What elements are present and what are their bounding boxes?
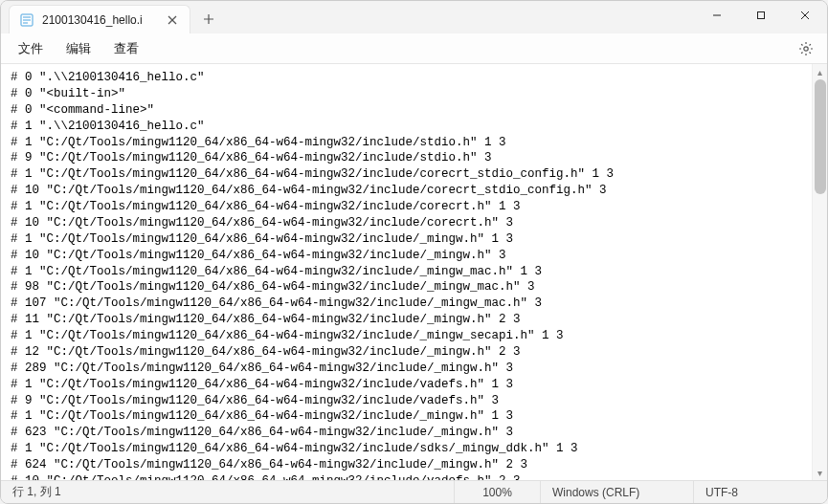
settings-button[interactable] xyxy=(793,35,819,62)
editor-line: # 107 "C:/Qt/Tools/mingw1120_64/x86_64-w… xyxy=(11,296,802,312)
editor-line: # 10 "C:/Qt/Tools/mingw1120_64/x86_64-w6… xyxy=(11,473,802,480)
editor-line: # 1 "C:/Qt/Tools/mingw1120_64/x86_64-w64… xyxy=(11,199,802,215)
editor-line: # 0 ".\\2100130416_hello.c" xyxy=(11,70,802,86)
status-bar: 行 1, 列 1 100% Windows (CRLF) UTF-8 xyxy=(1,480,827,503)
tab-active[interactable]: 2100130416_hello.i xyxy=(9,5,190,33)
vertical-scrollbar[interactable]: ▴ ▾ xyxy=(812,64,827,480)
title-bar: 2100130416_hello.i xyxy=(1,1,827,33)
new-tab-button[interactable] xyxy=(194,5,223,33)
menu-file[interactable]: 文件 xyxy=(9,36,53,61)
window-close-button[interactable] xyxy=(783,1,827,30)
menu-edit[interactable]: 编辑 xyxy=(56,36,101,61)
svg-point-12 xyxy=(804,46,808,50)
editor-line: # 10 "C:/Qt/Tools/mingw1120_64/x86_64-w6… xyxy=(11,248,802,264)
editor-line: # 1 "C:/Qt/Tools/mingw1120_64/x86_64-w64… xyxy=(11,166,802,183)
gear-icon xyxy=(798,41,814,56)
svg-rect-9 xyxy=(758,12,765,19)
editor-line: # 623 "C:/Qt/Tools/mingw1120_64/x86_64-w… xyxy=(11,425,802,441)
editor-line: # 1 "C:/Qt/Tools/mingw1120_64/x86_64-w64… xyxy=(11,231,802,248)
scroll-up-arrow-icon[interactable]: ▴ xyxy=(813,64,828,79)
editor-line: # 1 "C:/Qt/Tools/mingw1120_64/x86_64-w64… xyxy=(11,135,802,151)
editor-line: # 12 "C:/Qt/Tools/mingw1120_64/x86_64-w6… xyxy=(11,344,802,361)
editor-line: # 1 "C:/Qt/Tools/mingw1120_64/x86_64-w64… xyxy=(11,377,802,393)
maximize-button[interactable] xyxy=(739,1,783,30)
editor-line: # 1 ".\\2100130416_hello.c" xyxy=(11,119,802,135)
scrollbar-thumb[interactable] xyxy=(815,79,826,194)
editor-line: # 624 "C:/Qt/Tools/mingw1120_64/x86_64-w… xyxy=(11,457,802,473)
notepad-icon xyxy=(19,12,34,28)
editor-line: # 0 "<built-in>" xyxy=(11,86,802,102)
editor-area: # 0 ".\\2100130416_hello.c"# 0 "<built-i… xyxy=(1,64,827,480)
status-zoom[interactable]: 100% xyxy=(454,481,540,503)
minimize-button[interactable] xyxy=(695,1,739,30)
editor-line: # 1 "C:/Qt/Tools/mingw1120_64/x86_64-w64… xyxy=(11,264,802,280)
editor-line: # 0 "<command-line>" xyxy=(11,102,802,119)
tab-strip: 2100130416_hello.i xyxy=(1,1,223,33)
scroll-down-arrow-icon[interactable]: ▾ xyxy=(813,465,828,480)
scrollbar-track[interactable] xyxy=(813,79,827,465)
editor-line: # 1 "C:/Qt/Tools/mingw1120_64/x86_64-w64… xyxy=(11,441,802,457)
menu-view[interactable]: 查看 xyxy=(104,36,148,61)
svg-line-19 xyxy=(810,44,811,45)
text-editor[interactable]: # 0 ".\\2100130416_hello.c"# 0 "<built-i… xyxy=(1,64,812,480)
editor-line: # 10 "C:/Qt/Tools/mingw1120_64/x86_64-w6… xyxy=(11,183,802,199)
editor-line: # 10 "C:/Qt/Tools/mingw1120_64/x86_64-w6… xyxy=(11,215,802,231)
svg-line-20 xyxy=(801,52,802,53)
tab-close-button[interactable] xyxy=(165,12,180,28)
window-controls xyxy=(695,1,827,30)
editor-line: # 1 "C:/Qt/Tools/mingw1120_64/x86_64-w64… xyxy=(11,408,802,425)
editor-line: # 9 "C:/Qt/Tools/mingw1120_64/x86_64-w64… xyxy=(11,150,802,166)
editor-line: # 9 "C:/Qt/Tools/mingw1120_64/x86_64-w64… xyxy=(11,393,802,409)
status-encoding[interactable]: UTF-8 xyxy=(693,481,827,503)
tab-title: 2100130416_hello.i xyxy=(42,13,157,27)
menu-bar: 文件 编辑 查看 xyxy=(1,33,827,64)
editor-line: # 289 "C:/Qt/Tools/mingw1120_64/x86_64-w… xyxy=(11,361,802,377)
editor-line: # 11 "C:/Qt/Tools/mingw1120_64/x86_64-w6… xyxy=(11,312,802,328)
svg-line-18 xyxy=(810,52,811,53)
status-cursor-position: 行 1, 列 1 xyxy=(1,481,454,503)
editor-line: # 1 "C:/Qt/Tools/mingw1120_64/x86_64-w64… xyxy=(11,328,802,344)
editor-line: # 98 "C:/Qt/Tools/mingw1120_64/x86_64-w6… xyxy=(11,279,802,296)
status-line-ending[interactable]: Windows (CRLF) xyxy=(540,481,693,503)
svg-line-17 xyxy=(801,44,802,45)
